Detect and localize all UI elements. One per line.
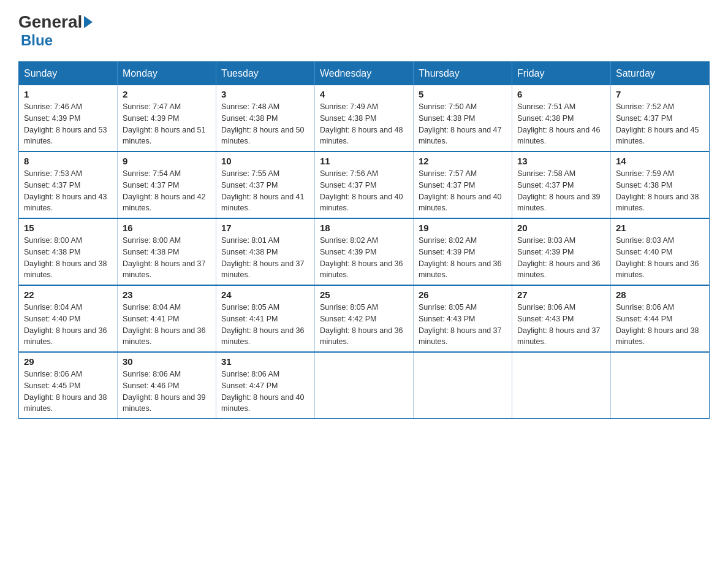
day-number: 19 <box>419 223 507 233</box>
calendar-cell: 27 Sunrise: 8:06 AMSunset: 4:43 PMDaylig… <box>512 285 611 352</box>
day-number: 24 <box>221 289 309 300</box>
calendar-header-row: SundayMondayTuesdayWednesdayThursdayFrid… <box>19 62 710 86</box>
logo: General Blue <box>18 12 93 49</box>
calendar-cell: 11 Sunrise: 7:56 AMSunset: 4:37 PMDaylig… <box>315 151 414 218</box>
day-info: Sunrise: 8:06 AMSunset: 4:45 PMDaylight:… <box>24 370 107 413</box>
day-info: Sunrise: 8:00 AMSunset: 4:38 PMDaylight:… <box>123 236 206 279</box>
day-number: 23 <box>123 289 211 300</box>
logo-general-text: General <box>18 12 82 32</box>
day-info: Sunrise: 8:03 AMSunset: 4:40 PMDaylight:… <box>616 236 699 279</box>
day-info: Sunrise: 7:51 AMSunset: 4:38 PMDaylight:… <box>517 102 601 145</box>
day-number: 12 <box>419 156 507 166</box>
day-info: Sunrise: 7:52 AMSunset: 4:37 PMDaylight:… <box>616 102 699 145</box>
calendar-cell: 16 Sunrise: 8:00 AMSunset: 4:38 PMDaylig… <box>118 218 216 285</box>
day-number: 2 <box>123 89 211 99</box>
calendar-cell <box>315 352 414 419</box>
calendar-cell: 17 Sunrise: 8:01 AMSunset: 4:38 PMDaylig… <box>216 218 315 285</box>
day-number: 18 <box>320 223 408 233</box>
calendar-cell: 23 Sunrise: 8:04 AMSunset: 4:41 PMDaylig… <box>118 285 216 352</box>
day-info: Sunrise: 7:50 AMSunset: 4:38 PMDaylight:… <box>419 102 502 145</box>
logo-general: General <box>18 12 93 32</box>
calendar-cell: 12 Sunrise: 7:57 AMSunset: 4:37 PMDaylig… <box>414 151 512 218</box>
day-info: Sunrise: 7:49 AMSunset: 4:38 PMDaylight:… <box>320 102 403 145</box>
day-info: Sunrise: 7:56 AMSunset: 4:37 PMDaylight:… <box>320 169 403 212</box>
day-info: Sunrise: 8:02 AMSunset: 4:39 PMDaylight:… <box>320 236 403 279</box>
day-info: Sunrise: 8:05 AMSunset: 4:43 PMDaylight:… <box>419 303 502 346</box>
day-number: 7 <box>616 89 704 99</box>
day-header-thursday: Thursday <box>414 62 512 86</box>
day-number: 30 <box>123 356 211 367</box>
day-header-tuesday: Tuesday <box>216 62 315 86</box>
calendar-cell: 7 Sunrise: 7:52 AMSunset: 4:37 PMDayligh… <box>611 85 710 151</box>
calendar-cell <box>512 352 611 419</box>
day-info: Sunrise: 8:05 AMSunset: 4:42 PMDaylight:… <box>320 303 403 346</box>
day-info: Sunrise: 7:46 AMSunset: 4:39 PMDaylight:… <box>24 102 107 145</box>
day-header-sunday: Sunday <box>19 62 118 86</box>
calendar-cell: 24 Sunrise: 8:05 AMSunset: 4:41 PMDaylig… <box>216 285 315 352</box>
calendar-cell: 18 Sunrise: 8:02 AMSunset: 4:39 PMDaylig… <box>315 218 414 285</box>
day-info: Sunrise: 8:04 AMSunset: 4:40 PMDaylight:… <box>24 303 107 346</box>
calendar-cell: 14 Sunrise: 7:59 AMSunset: 4:38 PMDaylig… <box>611 151 710 218</box>
day-info: Sunrise: 7:58 AMSunset: 4:37 PMDaylight:… <box>517 169 601 212</box>
day-header-wednesday: Wednesday <box>315 62 414 86</box>
calendar-cell: 25 Sunrise: 8:05 AMSunset: 4:42 PMDaylig… <box>315 285 414 352</box>
day-info: Sunrise: 7:48 AMSunset: 4:38 PMDaylight:… <box>221 102 305 145</box>
day-number: 22 <box>24 289 112 300</box>
calendar-cell: 8 Sunrise: 7:53 AMSunset: 4:37 PMDayligh… <box>19 151 118 218</box>
calendar-table: SundayMondayTuesdayWednesdayThursdayFrid… <box>18 61 710 419</box>
day-info: Sunrise: 8:06 AMSunset: 4:43 PMDaylight:… <box>517 303 601 346</box>
day-number: 3 <box>221 89 309 99</box>
day-info: Sunrise: 8:00 AMSunset: 4:38 PMDaylight:… <box>24 236 107 279</box>
calendar-week-row: 29 Sunrise: 8:06 AMSunset: 4:45 PMDaylig… <box>19 352 710 419</box>
day-header-monday: Monday <box>118 62 216 86</box>
day-number: 8 <box>24 156 112 166</box>
day-number: 1 <box>24 89 112 99</box>
day-info: Sunrise: 7:57 AMSunset: 4:37 PMDaylight:… <box>419 169 502 212</box>
day-info: Sunrise: 8:02 AMSunset: 4:39 PMDaylight:… <box>419 236 502 279</box>
day-number: 17 <box>221 223 309 233</box>
calendar-cell <box>414 352 512 419</box>
day-number: 15 <box>24 223 112 233</box>
day-number: 10 <box>221 156 309 166</box>
day-number: 27 <box>517 289 605 300</box>
calendar-cell: 22 Sunrise: 8:04 AMSunset: 4:40 PMDaylig… <box>19 285 118 352</box>
calendar-cell: 1 Sunrise: 7:46 AMSunset: 4:39 PMDayligh… <box>19 85 118 151</box>
day-header-friday: Friday <box>512 62 611 86</box>
calendar-cell: 6 Sunrise: 7:51 AMSunset: 4:38 PMDayligh… <box>512 85 611 151</box>
day-number: 21 <box>616 223 704 233</box>
calendar-cell: 13 Sunrise: 7:58 AMSunset: 4:37 PMDaylig… <box>512 151 611 218</box>
day-number: 28 <box>616 289 704 300</box>
calendar-cell: 21 Sunrise: 8:03 AMSunset: 4:40 PMDaylig… <box>611 218 710 285</box>
day-number: 16 <box>123 223 211 233</box>
calendar-cell <box>611 352 710 419</box>
day-header-saturday: Saturday <box>611 62 710 86</box>
day-number: 31 <box>221 356 309 367</box>
day-number: 29 <box>24 356 112 367</box>
day-number: 9 <box>123 156 211 166</box>
day-number: 5 <box>419 89 507 99</box>
day-info: Sunrise: 7:55 AMSunset: 4:37 PMDaylight:… <box>221 169 305 212</box>
calendar-cell: 30 Sunrise: 8:06 AMSunset: 4:46 PMDaylig… <box>118 352 216 419</box>
day-number: 4 <box>320 89 408 99</box>
day-info: Sunrise: 7:53 AMSunset: 4:37 PMDaylight:… <box>24 169 107 212</box>
day-number: 26 <box>419 289 507 300</box>
calendar-cell: 20 Sunrise: 8:03 AMSunset: 4:39 PMDaylig… <box>512 218 611 285</box>
calendar-cell: 19 Sunrise: 8:02 AMSunset: 4:39 PMDaylig… <box>414 218 512 285</box>
calendar-week-row: 1 Sunrise: 7:46 AMSunset: 4:39 PMDayligh… <box>19 85 710 151</box>
calendar-cell: 28 Sunrise: 8:06 AMSunset: 4:44 PMDaylig… <box>611 285 710 352</box>
day-info: Sunrise: 8:04 AMSunset: 4:41 PMDaylight:… <box>123 303 206 346</box>
day-number: 6 <box>517 89 605 99</box>
day-info: Sunrise: 8:03 AMSunset: 4:39 PMDaylight:… <box>517 236 601 279</box>
day-number: 25 <box>320 289 408 300</box>
calendar-cell: 31 Sunrise: 8:06 AMSunset: 4:47 PMDaylig… <box>216 352 315 419</box>
calendar-cell: 2 Sunrise: 7:47 AMSunset: 4:39 PMDayligh… <box>118 85 216 151</box>
calendar-cell: 3 Sunrise: 7:48 AMSunset: 4:38 PMDayligh… <box>216 85 315 151</box>
logo-arrow-icon <box>84 16 93 28</box>
calendar-cell: 26 Sunrise: 8:05 AMSunset: 4:43 PMDaylig… <box>414 285 512 352</box>
calendar-cell: 9 Sunrise: 7:54 AMSunset: 4:37 PMDayligh… <box>118 151 216 218</box>
calendar-body: 1 Sunrise: 7:46 AMSunset: 4:39 PMDayligh… <box>19 85 710 419</box>
calendar-cell: 10 Sunrise: 7:55 AMSunset: 4:37 PMDaylig… <box>216 151 315 218</box>
day-info: Sunrise: 8:05 AMSunset: 4:41 PMDaylight:… <box>221 303 305 346</box>
calendar-cell: 29 Sunrise: 8:06 AMSunset: 4:45 PMDaylig… <box>19 352 118 419</box>
calendar-week-row: 22 Sunrise: 8:04 AMSunset: 4:40 PMDaylig… <box>19 285 710 352</box>
